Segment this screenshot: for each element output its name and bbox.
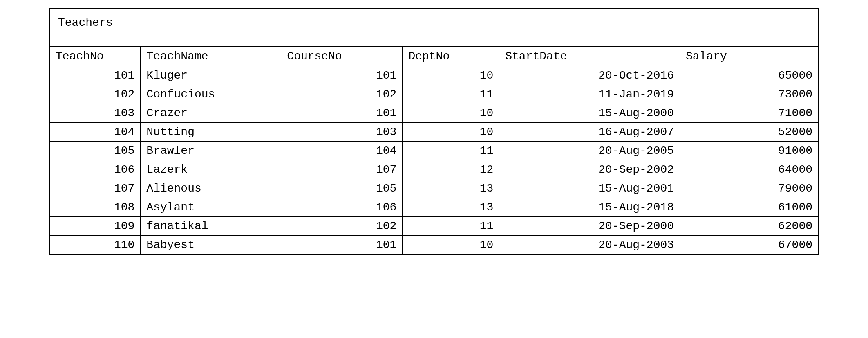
cell-deptNo: 13 bbox=[403, 179, 499, 198]
cell-teachNo: 110 bbox=[50, 235, 141, 254]
table-row: 110Babyest1011020-Aug-200367000 bbox=[50, 235, 818, 254]
col-courseno: CourseNo bbox=[281, 47, 403, 66]
cell-courseNo: 104 bbox=[281, 141, 403, 160]
cell-teachNo: 108 bbox=[50, 198, 141, 216]
cell-courseNo: 106 bbox=[281, 198, 403, 216]
cell-startDate: 16-Aug-2007 bbox=[499, 122, 680, 141]
cell-deptNo: 11 bbox=[403, 141, 499, 160]
table-row: 106Lazerk1071220-Sep-200264000 bbox=[50, 160, 818, 179]
cell-salary: 71000 bbox=[680, 104, 818, 122]
cell-teachNo: 109 bbox=[50, 216, 141, 235]
cell-teachNo: 103 bbox=[50, 104, 141, 122]
cell-courseNo: 103 bbox=[281, 122, 403, 141]
cell-teachName: Confucious bbox=[141, 85, 281, 104]
table-row: 101Kluger1011020-Oct-201665000 bbox=[50, 66, 818, 85]
col-deptno: DeptNo bbox=[403, 47, 499, 66]
cell-courseNo: 101 bbox=[281, 235, 403, 254]
cell-salary: 65000 bbox=[680, 66, 818, 85]
cell-teachNo: 106 bbox=[50, 160, 141, 179]
cell-salary: 61000 bbox=[680, 198, 818, 216]
cell-courseNo: 102 bbox=[281, 216, 403, 235]
teachers-table: TeachNo TeachName CourseNo DeptNo StartD… bbox=[50, 47, 818, 254]
cell-teachName: Brawler bbox=[141, 141, 281, 160]
cell-teachNo: 101 bbox=[50, 66, 141, 85]
table-row: 105Brawler1041120-Aug-200591000 bbox=[50, 141, 818, 160]
cell-startDate: 15-Aug-2000 bbox=[499, 104, 680, 122]
table-row: 107Alienous1051315-Aug-200179000 bbox=[50, 179, 818, 198]
cell-salary: 62000 bbox=[680, 216, 818, 235]
cell-startDate: 20-Aug-2005 bbox=[499, 141, 680, 160]
cell-teachNo: 107 bbox=[50, 179, 141, 198]
cell-startDate: 20-Aug-2003 bbox=[499, 235, 680, 254]
cell-teachName: Asylant bbox=[141, 198, 281, 216]
cell-teachNo: 102 bbox=[50, 85, 141, 104]
cell-courseNo: 101 bbox=[281, 104, 403, 122]
cell-deptNo: 12 bbox=[403, 160, 499, 179]
table-body: 101Kluger1011020-Oct-201665000102Confuci… bbox=[50, 66, 818, 254]
cell-startDate: 20-Sep-2002 bbox=[499, 160, 680, 179]
cell-teachName: Lazerk bbox=[141, 160, 281, 179]
cell-startDate: 11-Jan-2019 bbox=[499, 85, 680, 104]
cell-teachName: Kluger bbox=[141, 66, 281, 85]
cell-startDate: 15-Aug-2018 bbox=[499, 198, 680, 216]
cell-salary: 64000 bbox=[680, 160, 818, 179]
table-title: Teachers bbox=[50, 9, 818, 47]
cell-teachName: fanatikal bbox=[141, 216, 281, 235]
cell-startDate: 15-Aug-2001 bbox=[499, 179, 680, 198]
col-teachno: TeachNo bbox=[50, 47, 141, 66]
table-header-row: TeachNo TeachName CourseNo DeptNo StartD… bbox=[50, 47, 818, 66]
col-teachname: TeachName bbox=[141, 47, 281, 66]
cell-deptNo: 13 bbox=[403, 198, 499, 216]
table-row: 104Nutting1031016-Aug-200752000 bbox=[50, 122, 818, 141]
cell-deptNo: 10 bbox=[403, 66, 499, 85]
cell-teachName: Nutting bbox=[141, 122, 281, 141]
cell-teachNo: 104 bbox=[50, 122, 141, 141]
col-salary: Salary bbox=[680, 47, 818, 66]
cell-deptNo: 10 bbox=[403, 235, 499, 254]
cell-deptNo: 10 bbox=[403, 122, 499, 141]
cell-teachName: Alienous bbox=[141, 179, 281, 198]
cell-salary: 67000 bbox=[680, 235, 818, 254]
cell-salary: 73000 bbox=[680, 85, 818, 104]
cell-teachName: Crazer bbox=[141, 104, 281, 122]
teachers-table-wrapper: Teachers TeachNo TeachName CourseNo Dept… bbox=[49, 8, 819, 255]
table-row: 103Crazer1011015-Aug-200071000 bbox=[50, 104, 818, 122]
col-startdate: StartDate bbox=[499, 47, 680, 66]
cell-courseNo: 107 bbox=[281, 160, 403, 179]
cell-startDate: 20-Sep-2000 bbox=[499, 216, 680, 235]
cell-salary: 79000 bbox=[680, 179, 818, 198]
cell-teachName: Babyest bbox=[141, 235, 281, 254]
cell-deptNo: 11 bbox=[403, 85, 499, 104]
cell-deptNo: 11 bbox=[403, 216, 499, 235]
cell-teachNo: 105 bbox=[50, 141, 141, 160]
cell-courseNo: 105 bbox=[281, 179, 403, 198]
cell-startDate: 20-Oct-2016 bbox=[499, 66, 680, 85]
table-row: 108Asylant1061315-Aug-201861000 bbox=[50, 198, 818, 216]
table-row: 109fanatikal1021120-Sep-200062000 bbox=[50, 216, 818, 235]
cell-salary: 91000 bbox=[680, 141, 818, 160]
cell-courseNo: 102 bbox=[281, 85, 403, 104]
cell-courseNo: 101 bbox=[281, 66, 403, 85]
table-row: 102Confucious1021111-Jan-201973000 bbox=[50, 85, 818, 104]
cell-salary: 52000 bbox=[680, 122, 818, 141]
cell-deptNo: 10 bbox=[403, 104, 499, 122]
